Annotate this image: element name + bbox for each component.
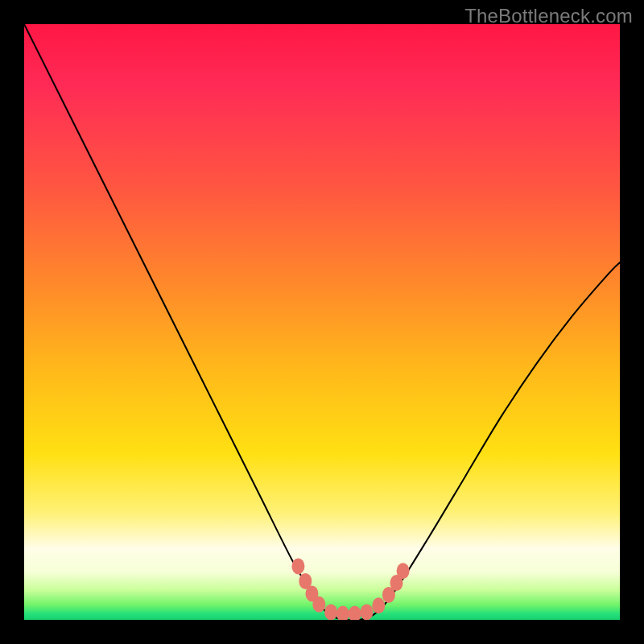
- curve-markers: [291, 558, 409, 620]
- curve-marker: [291, 558, 304, 574]
- chart-svg: [24, 24, 620, 620]
- curve-marker: [372, 597, 385, 613]
- curve-marker: [312, 597, 325, 613]
- curve-marker: [349, 606, 361, 620]
- outer-frame: TheBottleneck.com: [0, 0, 644, 644]
- bottleneck-curve: [24, 24, 620, 620]
- curve-marker: [324, 604, 337, 620]
- curve-marker: [397, 563, 410, 579]
- watermark-text: TheBottleneck.com: [464, 5, 633, 27]
- curve-marker: [336, 606, 349, 620]
- plot-area: [24, 24, 620, 620]
- curve-marker: [361, 604, 374, 620]
